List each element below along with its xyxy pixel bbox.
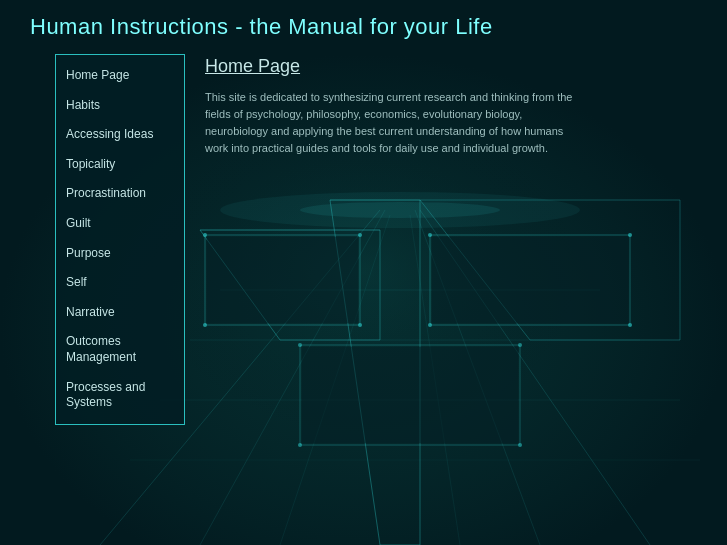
sidebar-item-topicality[interactable]: Topicality — [56, 150, 184, 180]
sidebar-item-guilt[interactable]: Guilt — [56, 209, 184, 239]
sidebar-item-processes-and-systems[interactable]: Processes and Systems — [56, 373, 184, 418]
sidebar-item-purpose[interactable]: Purpose — [56, 239, 184, 269]
site-title: Human Instructions - the Manual for your… — [30, 14, 493, 39]
sidebar-item-home-page[interactable]: Home Page — [56, 61, 184, 91]
svg-point-36 — [518, 443, 522, 447]
sidebar-item-self[interactable]: Self — [56, 268, 184, 298]
svg-point-35 — [298, 443, 302, 447]
sidebar-nav: Home Page Habits Accessing Ideas Topical… — [55, 54, 185, 425]
sidebar-item-accessing-ideas[interactable]: Accessing Ideas — [56, 120, 184, 150]
header: Human Instructions - the Manual for your… — [0, 0, 727, 54]
sidebar-item-procrastination[interactable]: Procrastination — [56, 179, 184, 209]
sidebar-item-outcomes-management[interactable]: Outcomes Management — [56, 327, 184, 372]
content-area: Home Page This site is dedicated to synt… — [205, 54, 707, 425]
sidebar-item-habits[interactable]: Habits — [56, 91, 184, 121]
page-title: Home Page — [205, 54, 707, 77]
sidebar-item-narrative[interactable]: Narrative — [56, 298, 184, 328]
main-layout: Home Page Habits Accessing Ideas Topical… — [0, 54, 727, 425]
page-description: This site is dedicated to synthesizing c… — [205, 89, 585, 157]
